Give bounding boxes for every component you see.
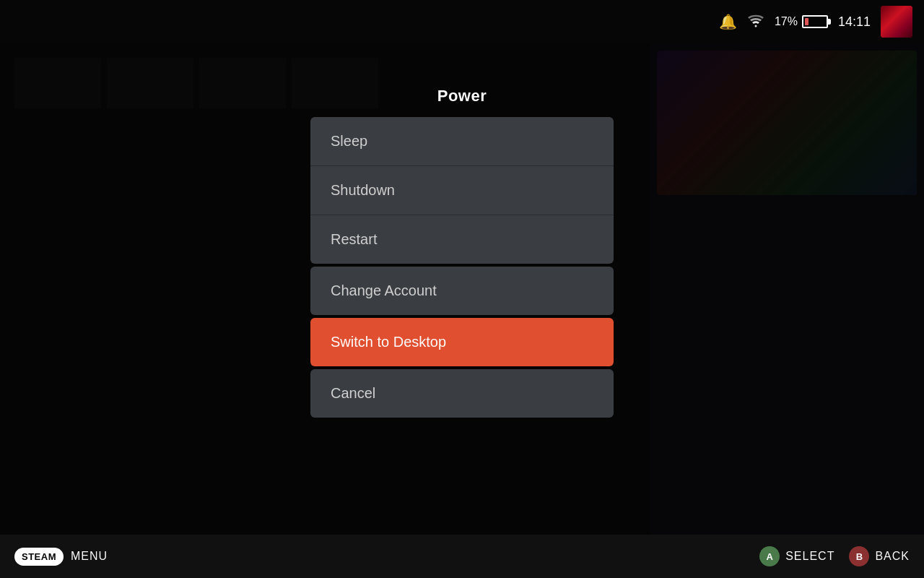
b-button-group[interactable]: B BACK [849, 546, 910, 566]
menu-item-sleep[interactable]: Sleep [310, 117, 614, 166]
menu-group-cancel: Cancel [310, 369, 614, 418]
time-display: 14:11 [838, 14, 871, 30]
a-button-group[interactable]: A SELECT [759, 546, 834, 566]
battery-container: 17% [775, 15, 828, 28]
menu-item-cancel[interactable]: Cancel [310, 369, 614, 418]
b-button: B [849, 546, 869, 566]
user-avatar[interactable] [881, 6, 912, 38]
menu-item-shutdown[interactable]: Shutdown [310, 166, 614, 215]
wireless-icon [747, 13, 764, 31]
battery-fill [805, 18, 808, 25]
avatar-art [881, 6, 912, 38]
menu-group-power: Sleep Shutdown Restart [310, 117, 614, 264]
menu-item-switch-to-desktop[interactable]: Switch to Desktop [310, 318, 614, 366]
battery-icon [802, 15, 828, 28]
menu-group-switch: Switch to Desktop [310, 318, 614, 366]
dialog-title: Power [310, 87, 614, 105]
bottom-bar: STEAM MENU A SELECT B BACK [0, 535, 924, 578]
controller-buttons: A SELECT B BACK [759, 546, 910, 566]
menu-item-restart[interactable]: Restart [310, 215, 614, 264]
notification-icon: 🔔 [719, 13, 737, 30]
menu-label: MENU [71, 550, 108, 563]
battery-percent: 17% [775, 15, 798, 28]
select-label: SELECT [785, 550, 834, 563]
menu-group-account: Change Account [310, 267, 614, 315]
a-button: A [759, 546, 780, 566]
menu-item-change-account[interactable]: Change Account [310, 267, 614, 315]
steam-menu-button[interactable]: STEAM MENU [14, 548, 108, 566]
back-label: BACK [875, 550, 910, 563]
power-dialog: Power Sleep Shutdown Restart Change Acco… [310, 87, 614, 420]
status-bar: 🔔 17% 14:11 [0, 0, 924, 43]
svg-point-0 [754, 25, 757, 27]
steam-badge: STEAM [14, 548, 64, 566]
